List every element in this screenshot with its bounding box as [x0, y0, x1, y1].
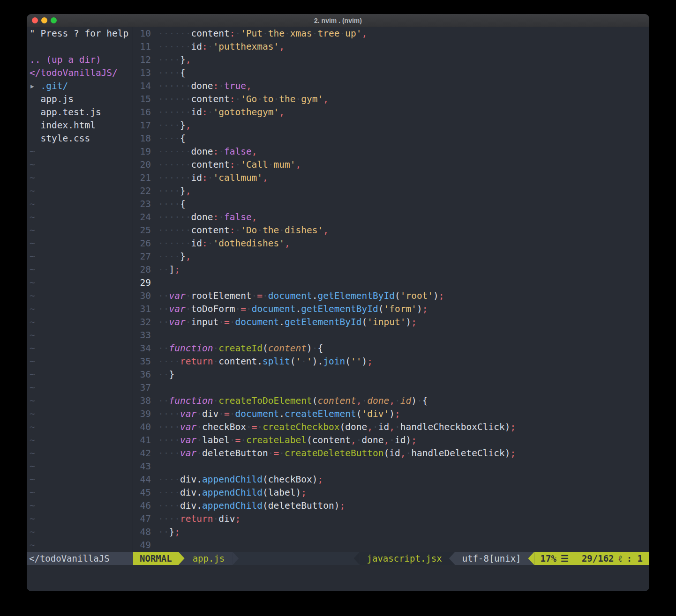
explorer-item-style-css[interactable]: style.css: [30, 132, 133, 145]
code-line-22[interactable]: 22····},: [133, 185, 649, 198]
empty-line-tilde: ~: [30, 276, 133, 289]
line-number: 18: [133, 132, 151, 145]
code-text: ····{: [158, 198, 186, 211]
code-line-44[interactable]: 44····div.appendChild(checkBox);: [133, 473, 649, 486]
code-line-42[interactable]: 42····var·deleteButton·=·createDeleteBut…: [133, 447, 649, 460]
code-line-45[interactable]: 45····div.appendChild(label);: [133, 486, 649, 499]
line-number: 42: [133, 447, 151, 460]
code-line-14[interactable]: 14······done:·true,: [133, 80, 649, 93]
empty-line-tilde: ~: [30, 473, 133, 486]
code-line-19[interactable]: 19······done:·false,: [133, 145, 649, 158]
code-line-35[interactable]: 35····return·content.split('·').join('')…: [133, 355, 649, 368]
cursor-location: 29/162 ℓ : 1: [575, 552, 649, 565]
code-text: ····},: [158, 185, 191, 198]
empty-line-tilde: ~: [30, 355, 133, 368]
empty-line-tilde: ~: [30, 303, 133, 316]
code-line-34[interactable]: 34··function·createId(content)·{: [133, 342, 649, 355]
code-text: ······done:·true,: [158, 80, 252, 93]
netrw-up-dir[interactable]: .. (up a dir): [30, 53, 133, 67]
code-line-40[interactable]: 40····var·checkBox·=·createCheckbox(done…: [133, 421, 649, 434]
empty-line-tilde: ~: [30, 408, 133, 421]
line-number: 34: [133, 342, 151, 355]
code-text: ····},: [158, 250, 191, 263]
statusline: </todoVanillaJS NORMAL app.js javascript…: [27, 552, 649, 565]
code-line-30[interactable]: 30··var·rootElement·=·document.getElemen…: [133, 289, 649, 303]
code-line-10[interactable]: 10······content:·'Put·the·xmas·tree·up',: [133, 27, 649, 40]
code-line-39[interactable]: 39····var·div·=·document.createElement('…: [133, 408, 649, 421]
empty-line-tilde: ~: [30, 434, 133, 447]
empty-line-tilde: ~: [30, 486, 133, 499]
code-line-41[interactable]: 41····var·label·=·createLabel(content,·d…: [133, 434, 649, 447]
empty-line-tilde: ~: [30, 263, 133, 276]
code-line-47[interactable]: 47····return·div;: [133, 512, 649, 526]
code-text: ····return·div;: [158, 512, 240, 526]
code-line-21[interactable]: 21······id:·'callmum',: [133, 171, 649, 185]
scroll-progress: 17% ☰: [534, 552, 575, 565]
code-line-32[interactable]: 32··var·input·=·document.getElementById(…: [133, 316, 649, 329]
code-text: ····},: [158, 119, 191, 132]
powerline-arrow-icon: [449, 552, 455, 565]
code-line-26[interactable]: 26······id:·'dothedishes',: [133, 237, 649, 250]
code-text: ····var·deleteButton·=·createDeleteButto…: [158, 447, 516, 460]
code-line-48[interactable]: 48··};: [133, 526, 649, 539]
powerline-arrow-icon: [233, 552, 239, 565]
code-line-17[interactable]: 17····},: [133, 119, 649, 132]
netrw-current-dir: </todoVanillaJS/: [30, 67, 133, 80]
line-of-total: 29/162: [582, 552, 614, 565]
line-number: 19: [133, 145, 151, 158]
code-line-33[interactable]: 33: [133, 329, 649, 342]
line-number: 40: [133, 421, 151, 434]
code-line-43[interactable]: 43: [133, 460, 649, 473]
code-text: ······done:·false,: [158, 211, 257, 224]
line-number: 27: [133, 250, 151, 263]
explorer-item-app-test-js[interactable]: app.test.js: [30, 106, 133, 119]
code-line-38[interactable]: 38··function·createToDoElement(content,·…: [133, 394, 649, 408]
code-line-31[interactable]: 31··var·toDoForm·=·document.getElementBy…: [133, 303, 649, 316]
explorer-item-app-js[interactable]: app.js: [30, 93, 133, 106]
code-line-28[interactable]: 28··];: [133, 263, 649, 276]
code-line-20[interactable]: 20······content:·'Call·mum',: [133, 158, 649, 171]
code-line-16[interactable]: 16······id:·'gotothegym',: [133, 106, 649, 119]
code-line-25[interactable]: 25······content:·'Do·the·dishes',: [133, 224, 649, 237]
line-number: 39: [133, 408, 151, 421]
code-line-23[interactable]: 23····{: [133, 198, 649, 211]
empty-line-tilde: ~: [30, 342, 133, 355]
code-text: ····div.appendChild(label);: [158, 486, 307, 499]
code-line-46[interactable]: 46····div.appendChild(deleteButton);: [133, 499, 649, 512]
explorer-item-label: app.js: [40, 94, 73, 104]
titlebar[interactable]: 2. nvim . (nvim): [27, 14, 649, 27]
mode-indicator: NORMAL: [133, 552, 179, 565]
code-line-11[interactable]: 11······id:·'putthexmas',: [133, 40, 649, 53]
command-line[interactable]: [27, 565, 649, 591]
empty-line-tilde: ~: [30, 158, 133, 171]
line-number: 37: [133, 381, 151, 394]
line-number: 14: [133, 80, 151, 93]
code-line-13[interactable]: 13····{: [133, 67, 649, 80]
code-text: ····var·label·=·createLabel(content,·don…: [158, 434, 417, 447]
code-line-27[interactable]: 27····},: [133, 250, 649, 263]
explorer-item-git[interactable]: ▸ .git/: [30, 80, 133, 93]
empty-line-tilde: ~: [30, 460, 133, 473]
empty-line-tilde: ~: [30, 211, 133, 224]
code-line-24[interactable]: 24······done:·false,: [133, 211, 649, 224]
empty-line-tilde: ~: [30, 539, 133, 552]
code-text: ····{: [158, 132, 186, 145]
code-line-12[interactable]: 12····},: [133, 53, 649, 67]
explorer-item-label: style.css: [40, 133, 90, 144]
line-number: 30: [133, 289, 151, 303]
code-line-18[interactable]: 18····{: [133, 132, 649, 145]
line-number: 44: [133, 473, 151, 486]
window-title: 2. nvim . (nvim): [27, 17, 649, 24]
code-line-37[interactable]: 37: [133, 381, 649, 394]
code-text: ··function·createId(content)·{: [158, 342, 323, 355]
code-line-15[interactable]: 15······content:·'Go·to·the·gym',: [133, 93, 649, 106]
line-number: 24: [133, 211, 151, 224]
code-line-36[interactable]: 36··}: [133, 368, 649, 381]
empty-line-tilde: ~: [30, 224, 133, 237]
code-line-29[interactable]: 29: [133, 276, 649, 289]
editor-buffer[interactable]: 10······content:·'Put·the·xmas·tree·up',…: [133, 27, 649, 552]
code-line-49[interactable]: 49: [133, 539, 649, 552]
filename-label: app.js: [185, 552, 233, 565]
line-number: 28: [133, 263, 151, 276]
explorer-item-index-html[interactable]: index.html: [30, 119, 133, 132]
